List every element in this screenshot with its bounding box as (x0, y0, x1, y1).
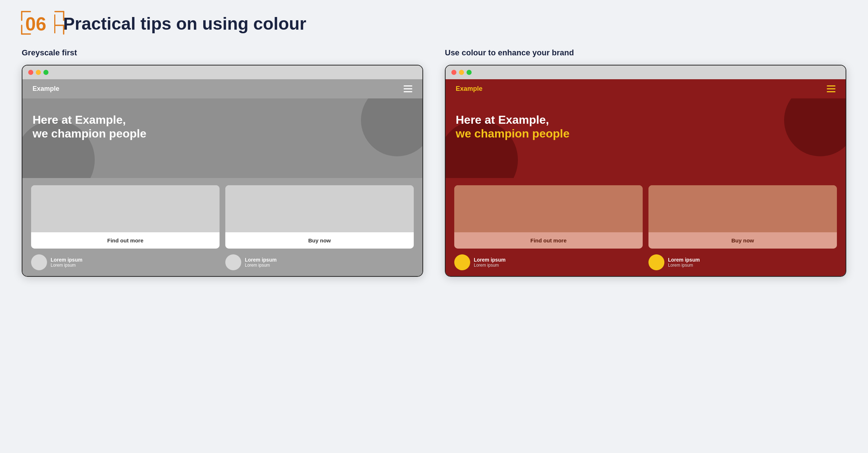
browser-chrome-grey (22, 65, 422, 79)
footer-avatar2-colour (648, 254, 664, 270)
footer-text2-grey: Lorem ipsum Lorem ipsum (245, 257, 277, 268)
nav-logo-grey: Example (33, 85, 59, 93)
hero-heading-grey: Here at Example, we champion people (33, 113, 412, 141)
colour-column: Use colour to enhance your brand Example (445, 48, 846, 277)
footer-item1-grey: Lorem ipsum Lorem ipsum (31, 254, 220, 270)
hero-text-colour: Here at Example, we champion people (456, 113, 835, 141)
dot-yellow-colour (459, 70, 464, 75)
footer-item2-grey: Lorem ipsum Lorem ipsum (225, 254, 414, 270)
chapter-number: 06 (25, 14, 46, 33)
dot-green-grey (43, 70, 48, 75)
greyscale-title: Greyscale first (22, 48, 423, 58)
card1-image-grey (31, 185, 220, 232)
footer-text1-grey: Lorem ipsum Lorem ipsum (51, 257, 82, 268)
main-content: Greyscale first Example (22, 48, 846, 277)
card2-colour: Buy now (648, 185, 837, 249)
footer-avatar1-colour (454, 254, 470, 270)
card2-grey: Buy now (225, 185, 414, 249)
dot-red-colour (451, 70, 456, 75)
footer-section-grey: Lorem ipsum Lorem ipsum Lorem ipsum Lore… (22, 249, 422, 276)
card1-grey: Find out more (31, 185, 220, 249)
dot-red-grey (28, 70, 33, 75)
page-title: Practical tips on using colour (63, 14, 306, 34)
card2-image-colour (648, 185, 837, 232)
colour-browser: Example Here at Example, we champion peo… (445, 65, 846, 277)
mockup-body-grey: Example Here at Example, we champion peo… (22, 79, 422, 276)
find-out-more-button-grey[interactable]: Find out more (31, 232, 220, 249)
buy-now-button-colour[interactable]: Buy now (648, 232, 837, 249)
greyscale-column: Greyscale first Example (22, 48, 423, 277)
footer-text2-colour: Lorem ipsum Lorem ipsum (668, 257, 700, 268)
hamburger-icon-colour[interactable] (827, 85, 835, 92)
page-header: 06 Practical tips on using colour (22, 14, 846, 34)
hero-text-grey: Here at Example, we champion people (33, 113, 412, 141)
hero-heading-colour: Here at Example, we champion people (456, 113, 835, 141)
footer-item2-colour: Lorem ipsum Lorem ipsum (648, 254, 837, 270)
footer-avatar2-grey (225, 254, 241, 270)
hamburger-icon-grey[interactable] (404, 85, 412, 92)
dot-green-colour (467, 70, 472, 75)
colour-title: Use colour to enhance your brand (445, 48, 846, 58)
card1-image-colour (454, 185, 643, 232)
hero-section-grey: Here at Example, we champion people (22, 98, 422, 178)
footer-text1-colour: Lorem ipsum Lorem ipsum (474, 257, 506, 268)
header-content: 06 Practical tips on using colour (22, 14, 306, 34)
buy-now-button-grey[interactable]: Buy now (225, 232, 414, 249)
browser-chrome-colour (446, 65, 846, 79)
hero-section-colour: Here at Example, we champion people (446, 98, 846, 178)
header-divider (54, 14, 55, 33)
footer-item1-colour: Lorem ipsum Lorem ipsum (454, 254, 643, 270)
cards-section-colour: Find out more Buy now (446, 178, 846, 249)
cards-section-grey: Find out more Buy now (22, 178, 422, 249)
mockup-nav-colour: Example (446, 79, 846, 98)
card1-colour: Find out more (454, 185, 643, 249)
footer-avatar1-grey (31, 254, 47, 270)
greyscale-browser: Example Here at Example, we champion peo… (22, 65, 423, 277)
nav-logo-colour: Example (456, 85, 482, 93)
mockup-nav-grey: Example (22, 79, 422, 98)
mockup-body-colour: Example Here at Example, we champion peo… (446, 79, 846, 276)
find-out-more-button-colour[interactable]: Find out more (454, 232, 643, 249)
footer-section-colour: Lorem ipsum Lorem ipsum Lorem ipsum Lore… (446, 249, 846, 276)
dot-yellow-grey (36, 70, 41, 75)
card2-image-grey (225, 185, 414, 232)
